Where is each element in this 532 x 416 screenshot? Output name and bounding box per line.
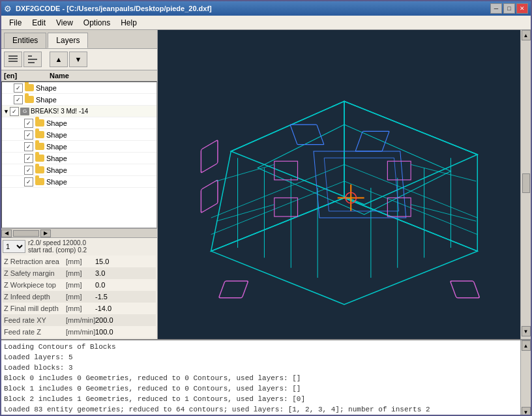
cad-canvas-area[interactable]: ▲ ▼ (158, 30, 531, 339)
layer-checkbox[interactable] (14, 83, 23, 93)
canvas-vscroll[interactable]: ▲ ▼ (520, 30, 531, 339)
layer-toolbar-btn2[interactable] (23, 52, 42, 67)
menu-edit[interactable]: Edit (27, 17, 51, 29)
param-row-1: Z Safety margin [mm] 3.0 (3, 267, 156, 279)
layer-checkbox[interactable] (10, 107, 19, 116)
list-item[interactable]: Shape (2, 94, 156, 106)
svg-rect-2 (8, 61, 18, 62)
layer-name: Shape (36, 96, 57, 104)
vscroll-down[interactable]: ▼ (522, 326, 531, 336)
menu-bar: File Edit View Options Help (1, 16, 531, 30)
layer-checkbox[interactable] (24, 130, 33, 140)
svg-rect-3 (28, 55, 32, 57)
hscroll-thumb[interactable] (13, 230, 39, 237)
layer-toolbar: ▲ ▼ (1, 49, 157, 70)
tab-layers[interactable]: Layers (48, 33, 88, 48)
param-label-0: Z Retraction area (4, 258, 66, 265)
list-item[interactable]: Shape (2, 164, 156, 176)
folder-icon (35, 119, 45, 128)
param-unit-6: [mm/min] (66, 328, 95, 336)
status-area[interactable]: Loading Contours of Blocks Loaded layers… (1, 339, 531, 416)
vscroll-thumb[interactable] (522, 173, 530, 193)
param-row-6: Feed rate Z [mm/min] 100.0 (3, 326, 156, 338)
status-scroll-up[interactable]: ▲ (522, 340, 531, 351)
layer-list-container[interactable]: Shape Shape ▼ G (1, 82, 157, 228)
vscroll-track (521, 40, 531, 173)
vscroll-up[interactable]: ▲ (522, 30, 531, 40)
content-area: Entities Layers ▲ ▼ [en (1, 30, 531, 339)
folder-icon (24, 95, 35, 104)
settings-panel: 1 r2.0/ speed 12000.0 start rad. (comp) … (1, 237, 157, 339)
param-value-2: 0.0 (95, 281, 105, 289)
layer-name: Shape (46, 119, 67, 127)
status-scroll-down[interactable]: ▼ (522, 407, 531, 416)
layer-checkbox[interactable] (24, 119, 33, 128)
hscroll-right[interactable]: ▶ (40, 230, 51, 237)
list-item[interactable]: Shape (2, 129, 156, 141)
status-line-1: Loaded layers: 5 (4, 352, 518, 363)
param-value-5: 200.0 (95, 316, 113, 324)
layer-name: Shape (46, 143, 67, 151)
param-value-3: -1.5 (95, 293, 108, 301)
menu-view[interactable]: View (51, 17, 78, 29)
app-icon: ⚙ (4, 4, 12, 14)
layer-list-hscroll[interactable]: ◀ ▶ (1, 228, 157, 237)
list-item[interactable]: Shape (2, 153, 156, 164)
status-vscroll[interactable]: ▲ ▼ (520, 340, 531, 416)
left-panel: Entities Layers ▲ ▼ [en (1, 30, 158, 339)
list-item[interactable]: Shape (2, 176, 156, 188)
group-expand-icon: ▼ (3, 108, 10, 115)
close-button[interactable]: ✕ (516, 3, 528, 14)
folder-icon (35, 177, 45, 186)
layer-header-col2: Name (50, 72, 69, 80)
menu-help[interactable]: Help (115, 17, 142, 29)
layer-toolbar-down[interactable]: ▼ (69, 52, 87, 67)
param-label-3: Z Infeed depth (4, 293, 66, 301)
list-item[interactable]: Shape (2, 82, 156, 94)
layer-checkbox[interactable] (24, 166, 33, 175)
param-value-0: 15.0 (95, 258, 109, 265)
menu-file[interactable]: File (4, 17, 27, 29)
layer-header-col1: [en] (4, 72, 50, 80)
param-label-5: Feed rate XY (4, 316, 66, 324)
folder-icon (35, 166, 45, 175)
folder-icon (35, 154, 45, 163)
menu-options[interactable]: Options (78, 17, 115, 29)
status-line-5: Block 2 includes 1 Geometries, reduced t… (4, 394, 518, 404)
status-line-4: Block 1 includes 0 Geometries, reduced t… (4, 383, 518, 394)
hscroll-left[interactable]: ◀ (1, 230, 12, 237)
tool-selector-row: 1 r2.0/ speed 12000.0 start rad. (comp) … (3, 239, 156, 254)
layer-checkbox[interactable] (24, 154, 33, 163)
layer-toolbar-btn1[interactable] (4, 52, 22, 67)
layer-checkbox[interactable] (24, 177, 33, 186)
list-item[interactable]: Shape (2, 141, 156, 153)
status-log-content: Loading Contours of Blocks Loaded layers… (1, 340, 531, 416)
layer-list-header: [en] Name (1, 70, 157, 82)
title-bar: ⚙ DXF2GCODE - [C:/Users/jeanpauls/Deskto… (1, 1, 531, 16)
param-unit-5: [mm/min] (66, 316, 95, 324)
title-bar-controls: ─ □ ✕ (490, 3, 528, 14)
param-value-6: 100.0 (95, 328, 113, 336)
folder-icon (24, 83, 35, 93)
list-item[interactable]: Shape (2, 117, 156, 129)
tab-entities[interactable]: Entities (4, 33, 46, 48)
tool-info-line2: start rad. (comp) 0.2 (28, 246, 87, 254)
param-label-1: Z Safety margin (4, 269, 66, 277)
list-item-group[interactable]: ▼ G BREAKS! 3 Md! -14 (2, 106, 156, 117)
status-line-6: Loaded 83 entity geometries; reduced to … (4, 404, 518, 415)
tool-select[interactable]: 1 (3, 240, 25, 253)
main-window: ⚙ DXF2GCODE - [C:/Users/jeanpauls/Deskto… (0, 0, 532, 416)
layer-checkbox[interactable] (14, 95, 23, 104)
folder-icon (35, 142, 45, 151)
title-bar-text: DXF2GCODE - [C:/Users/jeanpauls/Desktop/… (16, 5, 212, 12)
layer-checkbox[interactable] (24, 142, 33, 151)
maximize-button[interactable]: □ (503, 3, 515, 14)
layer-toolbar-up[interactable]: ▲ (50, 52, 68, 67)
status-line-3: Block 0 includes 0 Geometries, reduced t… (4, 373, 518, 383)
tool-info-line1: r2.0/ speed 12000.0 (28, 239, 87, 246)
minimize-button[interactable]: ─ (490, 3, 502, 14)
param-row-3: Z Infeed depth [mm] -1.5 (3, 291, 156, 303)
param-unit-4: [mm] (66, 305, 95, 312)
param-row-5: Feed rate XY [mm/min] 200.0 (3, 314, 156, 326)
param-unit-1: [mm] (66, 269, 95, 277)
